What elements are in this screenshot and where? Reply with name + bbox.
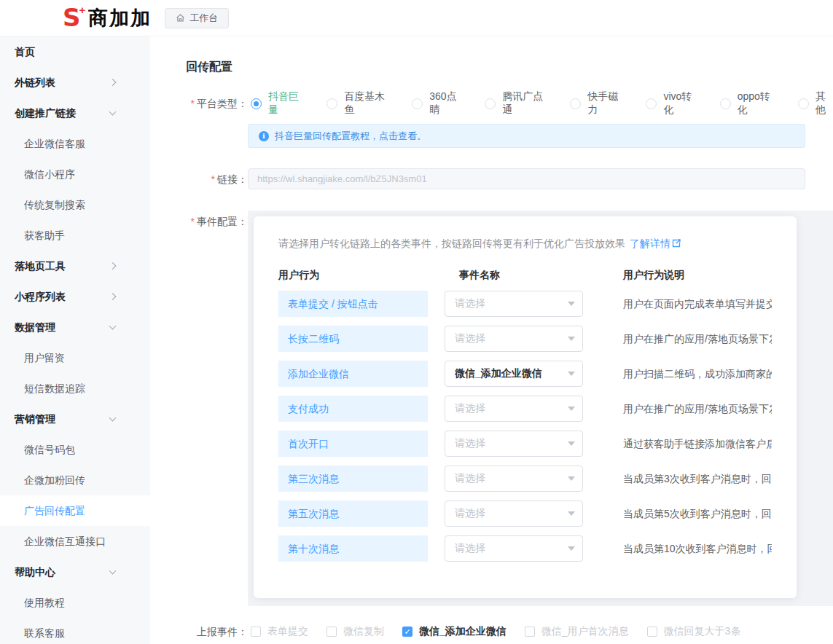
sidebar-item-11[interactable]: 用户留资	[0, 342, 150, 373]
chevron-right-icon	[109, 79, 117, 86]
event-select-dropdown[interactable]: 请选择	[445, 291, 583, 317]
sidebar-item-label: 帮助中心	[15, 566, 55, 578]
radio-circle-icon	[720, 98, 731, 109]
sidebar-item-19[interactable]: 使用教程	[0, 587, 150, 618]
app-header: S+ 商加加 工作台	[0, 0, 833, 36]
event-select-dropdown[interactable]: 请选择	[445, 535, 583, 562]
event-select-dropdown[interactable]: 微信_添加企业微信	[445, 361, 583, 387]
report-events-group-1: ✓表单提交✓微信复制✓微信_添加企业微信✓微信_用户首次消息✓微信回复大于3条	[251, 624, 833, 639]
select-value: 请选择	[455, 542, 485, 555]
event-select-dropdown[interactable]: 请选择	[445, 500, 583, 527]
event-table-row: 第十次消息请选择当成员第10次收到客户消息时，回调此事...	[278, 535, 772, 562]
platform-radio-4[interactable]: 腾讯广点通	[485, 90, 548, 117]
sidebar-item-10[interactable]: 数据管理	[0, 312, 150, 342]
event-select-dropdown[interactable]: 请选择	[445, 326, 583, 352]
platform-radio-3[interactable]: 360点睛	[412, 90, 463, 117]
platform-radio-5[interactable]: 快手磁力	[570, 90, 624, 117]
chevron-down-icon	[109, 323, 117, 330]
chevron-down-icon	[109, 568, 117, 575]
chevron-down-icon	[568, 476, 575, 481]
platform-radio-1[interactable]: 抖音巨量	[251, 90, 305, 117]
tutorial-link[interactable]: 抖音巨量回传配置教程，点击查看。	[275, 130, 426, 143]
workspace-tab[interactable]: 工作台	[165, 8, 229, 28]
platform-radio-2[interactable]: 百度基木鱼	[326, 90, 390, 117]
checkbox-label: 微信_用户首次消息	[541, 625, 629, 638]
external-link-icon	[672, 239, 681, 248]
platform-radio-group: 抖音巨量百度基木鱼360点睛腾讯广点通快手磁力vivo转化oppo转化其他	[251, 93, 833, 114]
user-action-cell[interactable]: 第三次消息	[278, 466, 428, 492]
sidebar-item-8[interactable]: 落地页工具	[0, 251, 150, 281]
info-icon: i	[259, 131, 269, 141]
action-description: 用户在推广的应用/落地页场景下发生的...	[623, 326, 772, 352]
checkbox-label: 微信回复大于3条	[664, 625, 741, 638]
sidebar-item-18[interactable]: 帮助中心	[0, 557, 150, 587]
sidebar-item-16-active[interactable]: 广告回传配置	[0, 495, 150, 526]
platform-radio-label: 360点睛	[429, 90, 463, 117]
app-logo: S+ 商加加	[63, 5, 152, 31]
checkbox-label: 表单提交	[267, 625, 308, 638]
event-table-header: 用户行为 事件名称 用户行为说明	[278, 269, 772, 282]
user-action-cell[interactable]: 表单提交 / 按钮点击	[278, 291, 428, 317]
report-event-checkbox[interactable]: ✓表单提交	[251, 625, 308, 638]
event-config-card: 请选择用户转化链路上的各类事件，按链路回传将更有利于优化广告投放效果了解详情 用…	[254, 216, 797, 598]
sidebar-item-1[interactable]: 首页	[0, 36, 150, 67]
chevron-down-icon	[568, 441, 575, 446]
sidebar-item-15[interactable]: 企微加粉回传	[0, 465, 150, 495]
report-event-checkbox[interactable]: ✓微信_添加企业微信	[402, 625, 507, 638]
sidebar-item-2[interactable]: 外链列表	[0, 67, 150, 98]
event-table-row: 第三次消息请选择当成员第3次收到客户消息时，回调此事...	[278, 466, 772, 492]
event-select-dropdown[interactable]: 请选择	[445, 466, 583, 492]
sidebar-item-3[interactable]: 创建推广链接	[0, 98, 150, 128]
check-mark-icon: ✓	[404, 628, 410, 636]
detail-link[interactable]: 了解详情	[630, 237, 670, 249]
action-description: 当成员第5次收到客户消息时，回调此事...	[623, 500, 772, 527]
sidebar-item-label: 企业微信客服	[24, 138, 85, 149]
user-action-cell[interactable]: 第十次消息	[278, 535, 428, 562]
platform-radio-6[interactable]: vivo转化	[646, 90, 697, 117]
event-table-row: 添加企业微信微信_添加企业微信用户扫描二维码，成功添加商家的企业微信	[278, 361, 772, 387]
user-action-cell[interactable]: 长按二维码	[278, 326, 428, 352]
chevron-down-icon	[568, 407, 575, 411]
logo-plus-icon: +	[79, 5, 86, 15]
report-event-checkbox[interactable]: ✓微信复制	[326, 625, 384, 638]
platform-type-label: *平台类型：	[175, 93, 248, 114]
report-event-checkbox[interactable]: ✓微信回复大于3条	[647, 625, 741, 638]
sidebar-item-9[interactable]: 小程序列表	[0, 281, 150, 312]
sidebar-nav: 首页外链列表创建推广链接企业微信客服微信小程序传统复制搜索获客助手落地页工具小程…	[0, 36, 150, 644]
user-action-cell[interactable]: 添加企业微信	[278, 361, 428, 387]
sidebar-item-label: 数据管理	[15, 321, 55, 333]
link-row: *链接：	[175, 168, 833, 190]
platform-radio-8[interactable]: 其他	[798, 90, 833, 117]
checkbox-icon: ✓	[326, 627, 337, 637]
sidebar-item-6[interactable]: 传统复制搜索	[0, 189, 150, 220]
sidebar-item-13[interactable]: 营销管理	[0, 404, 150, 434]
user-action-cell[interactable]: 支付成功	[278, 396, 428, 422]
platform-radio-label: 抖音巨量	[268, 90, 305, 117]
required-asterisk: *	[191, 98, 195, 109]
sidebar-item-4[interactable]: 企业微信客服	[0, 128, 150, 159]
sidebar-item-5[interactable]: 微信小程序	[0, 159, 150, 189]
event-select-dropdown[interactable]: 请选择	[445, 431, 583, 457]
sidebar-item-14[interactable]: 微信号码包	[0, 434, 150, 465]
report-event-checkbox[interactable]: ✓微信_用户首次消息	[525, 625, 629, 638]
sidebar-item-12[interactable]: 短信数据追踪	[0, 373, 150, 404]
platform-radio-7[interactable]: oppo转化	[720, 90, 776, 117]
platform-radio-label: oppo转化	[738, 90, 776, 117]
main-content: 回传配置 *平台类型： 抖音巨量百度基木鱼360点睛腾讯广点通快手磁力vivo转…	[150, 36, 833, 644]
chevron-down-icon	[568, 302, 575, 306]
action-description: 当成员第3次收到客户消息时，回调此事...	[623, 466, 772, 492]
event-select-dropdown[interactable]: 请选择	[445, 396, 583, 422]
sidebar-item-20[interactable]: 联系客服	[0, 618, 150, 644]
sidebar-item-label: 联系客服	[24, 627, 65, 639]
sidebar-item-7[interactable]: 获客助手	[0, 220, 150, 251]
chevron-down-icon	[568, 337, 575, 341]
link-label: *链接：	[175, 168, 248, 190]
radio-circle-icon	[570, 98, 581, 109]
user-action-cell[interactable]: 第五次消息	[278, 500, 428, 527]
required-asterisk: *	[191, 216, 195, 227]
sidebar-item-17[interactable]: 企业微信互通接口	[0, 526, 150, 557]
user-action-cell[interactable]: 首次开口	[278, 431, 428, 457]
sidebar-item-label: 微信号码包	[24, 444, 75, 455]
event-table-row: 第五次消息请选择当成员第5次收到客户消息时，回调此事...	[278, 500, 772, 527]
link-input[interactable]	[248, 168, 805, 189]
